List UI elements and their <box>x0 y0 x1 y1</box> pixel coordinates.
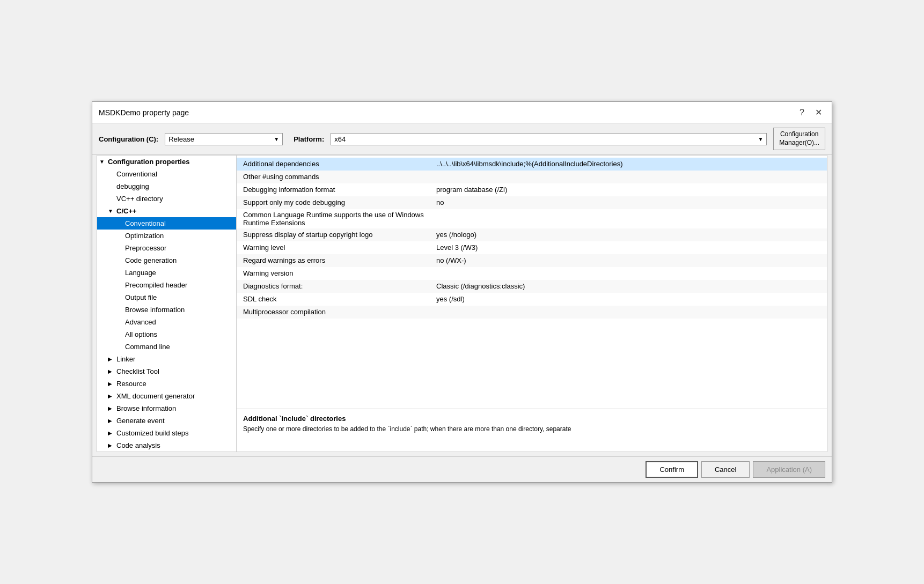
prop-row-other-using[interactable]: Other #using commands <box>237 171 827 183</box>
application-button[interactable]: Application (A) <box>753 461 825 478</box>
sidebar-label-customized-build-steps: Customized build steps <box>116 429 188 437</box>
config-label: Configuration (C): <box>99 135 158 143</box>
help-button[interactable]: ? <box>796 107 808 119</box>
prop-value-warnings-as-errors: no (/WX-) <box>436 256 466 264</box>
sidebar-item-linker[interactable]: ▶Linker <box>97 353 236 365</box>
sidebar-label-advanced: Advanced <box>125 318 156 326</box>
expand-icon-customized-build-steps: ▶ <box>108 430 114 436</box>
sidebar-item-advanced[interactable]: Advanced <box>97 316 236 328</box>
sidebar-item-resource[interactable]: ▶Resource <box>97 378 236 390</box>
sidebar-label-preprocessor: Preprocessor <box>125 244 166 252</box>
confirm-button[interactable]: Confirm <box>646 461 698 478</box>
prop-row-diagnostics-format[interactable]: Diagnostics format:Classic (/diagnostics… <box>237 280 827 293</box>
sidebar-label-code-generation: Code generation <box>125 256 177 264</box>
sidebar-label-debugging: debugging <box>116 182 149 190</box>
platform-chevron-icon: ▼ <box>758 136 763 142</box>
sidebar-label-code-analysis: Code analysis <box>116 441 160 449</box>
expand-icon-generate-event: ▶ <box>108 418 114 424</box>
prop-row-warning-version[interactable]: Warning version <box>237 267 827 280</box>
sidebar-item-precompiled-header[interactable]: Precompiled header <box>97 279 236 291</box>
sidebar-item-optimization[interactable]: Optimization <box>97 230 236 242</box>
prop-name-clr-support: Common Language Runtime supports the use… <box>243 211 436 227</box>
prop-name-sdl-check: SDL check <box>243 295 436 303</box>
sidebar-label-checklist-tool: Checklist Tool <box>116 367 159 375</box>
expand-icon-cpp: ▼ <box>108 208 114 214</box>
sidebar-item-code-generation[interactable]: Code generation <box>97 254 236 267</box>
sidebar-item-cpp[interactable]: ▼C/C++ <box>97 205 236 217</box>
prop-name-debug-info-format: Debugging information format <box>243 186 436 194</box>
prop-name-suppress-logo: Suppress display of startup copyright lo… <box>243 231 436 239</box>
config-bar: Configuration (C): Release ▼ Platform: x… <box>92 123 832 154</box>
config-chevron-icon: ▼ <box>274 136 279 142</box>
prop-name-warning-level: Warning level <box>243 243 436 252</box>
sidebar-item-conventional[interactable]: Conventional <box>97 168 236 180</box>
prop-value-suppress-logo: yes (/nologo) <box>436 231 476 239</box>
sidebar-item-customized-build-steps[interactable]: ▶Customized build steps <box>97 427 236 439</box>
sidebar-label-linker: Linker <box>116 355 135 363</box>
expand-icon-xml-doc-gen: ▶ <box>108 393 114 399</box>
prop-row-suppress-logo[interactable]: Suppress display of startup copyright lo… <box>237 228 827 241</box>
sidebar-item-output-file[interactable]: Output file <box>97 291 236 304</box>
prop-name-other-using: Other #using commands <box>243 173 436 181</box>
sidebar-label-browse-info: Browse information <box>125 306 185 314</box>
sidebar-label-optimization: Optimization <box>125 232 164 240</box>
prop-name-multiprocessor: Multiprocessor compilation <box>243 308 436 316</box>
config-value: Release <box>168 135 194 143</box>
description-title: Additional `include` directories <box>243 415 820 423</box>
description-text: Specify one or more directories to be ad… <box>243 425 820 434</box>
platform-dropdown[interactable]: x64 ▼ <box>331 133 767 145</box>
sidebar-item-debugging[interactable]: debugging <box>97 180 236 193</box>
expand-icon-checklist-tool: ▶ <box>108 368 114 374</box>
prop-row-multiprocessor[interactable]: Multiprocessor compilation <box>237 306 827 319</box>
prop-row-warnings-as-errors[interactable]: Regard warnings as errorsno (/WX-) <box>237 254 827 267</box>
sidebar-item-generate-event[interactable]: ▶Generate event <box>97 415 236 427</box>
sidebar-item-browse-information[interactable]: ▶Browse information <box>97 402 236 415</box>
config-dropdown[interactable]: Release ▼ <box>165 133 283 145</box>
prop-row-sdl-check[interactable]: SDL checkyes (/sdl) <box>237 293 827 306</box>
sidebar-item-all-options[interactable]: All options <box>97 328 236 341</box>
prop-row-add-deps[interactable]: Additional dependencies..\..\..\lib\x64\… <box>237 158 827 171</box>
title-bar-buttons: ? ✕ <box>796 106 825 119</box>
sidebar-item-code-analysis[interactable]: ▶Code analysis <box>97 439 236 452</box>
sidebar-label-precompiled-header: Precompiled header <box>125 281 187 289</box>
properties-table: Additional dependencies..\..\..\lib\x64\… <box>237 156 827 409</box>
prop-value-support-my-code: no <box>436 198 444 206</box>
platform-value: x64 <box>334 135 346 143</box>
description-area: Additional `include` directories Specify… <box>237 409 827 452</box>
title-bar: MSDKDemo property page ? ✕ <box>92 102 832 123</box>
prop-row-support-my-code[interactable]: Support only my code debuggingno <box>237 196 827 209</box>
prop-name-add-deps: Additional dependencies <box>243 160 436 168</box>
prop-name-warnings-as-errors: Regard warnings as errors <box>243 256 436 264</box>
sidebar-label-cpp: C/C++ <box>116 207 137 215</box>
prop-value-debug-info-format: program database (/Zi) <box>436 186 507 194</box>
cancel-button[interactable]: Cancel <box>701 461 750 478</box>
close-button[interactable]: ✕ <box>812 106 825 119</box>
prop-name-diagnostics-format: Diagnostics format: <box>243 282 436 290</box>
prop-value-sdl-check: yes (/sdl) <box>436 295 465 303</box>
sidebar-item-browse-info[interactable]: Browse information <box>97 304 236 316</box>
config-manager-button[interactable]: Configuration Manager(O)... <box>773 128 825 150</box>
platform-label: Platform: <box>294 135 324 143</box>
main-area: ▼Configuration propertiesConventionaldeb… <box>97 155 827 452</box>
sidebar-item-xml-doc-gen[interactable]: ▶XML document generator <box>97 390 236 402</box>
bottom-bar: Confirm Cancel Application (A) <box>92 456 832 482</box>
sidebar-item-checklist-tool[interactable]: ▶Checklist Tool <box>97 365 236 378</box>
sidebar-item-language[interactable]: Language <box>97 267 236 279</box>
expand-icon-code-analysis: ▶ <box>108 442 114 448</box>
dialog-title: MSDKDemo property page <box>99 108 189 117</box>
sidebar-label-generate-event: Generate event <box>116 417 165 425</box>
content-area: Additional dependencies..\..\..\lib\x64\… <box>237 156 827 452</box>
sidebar-item-config-properties[interactable]: ▼Configuration properties <box>97 156 236 168</box>
sidebar-label-resource: Resource <box>116 380 146 388</box>
prop-row-clr-support[interactable]: Common Language Runtime supports the use… <box>237 209 827 228</box>
sidebar-item-conventional-active[interactable]: Conventional <box>97 217 236 230</box>
prop-row-debug-info-format[interactable]: Debugging information formatprogram data… <box>237 183 827 196</box>
prop-value-add-deps: ..\..\..\lib\x64\libmsdk\include;%(Addit… <box>436 160 623 168</box>
sidebar-item-vc-directory[interactable]: VC++ directory <box>97 193 236 205</box>
sidebar-item-command-line[interactable]: Command line <box>97 341 236 353</box>
sidebar: ▼Configuration propertiesConventionaldeb… <box>97 156 237 452</box>
sidebar-item-preprocessor[interactable]: Preprocessor <box>97 242 236 254</box>
sidebar-label-browse-information: Browse information <box>116 404 176 412</box>
prop-row-warning-level[interactable]: Warning levelLevel 3 (/W3) <box>237 241 827 254</box>
expand-icon-browse-information: ▶ <box>108 405 114 411</box>
